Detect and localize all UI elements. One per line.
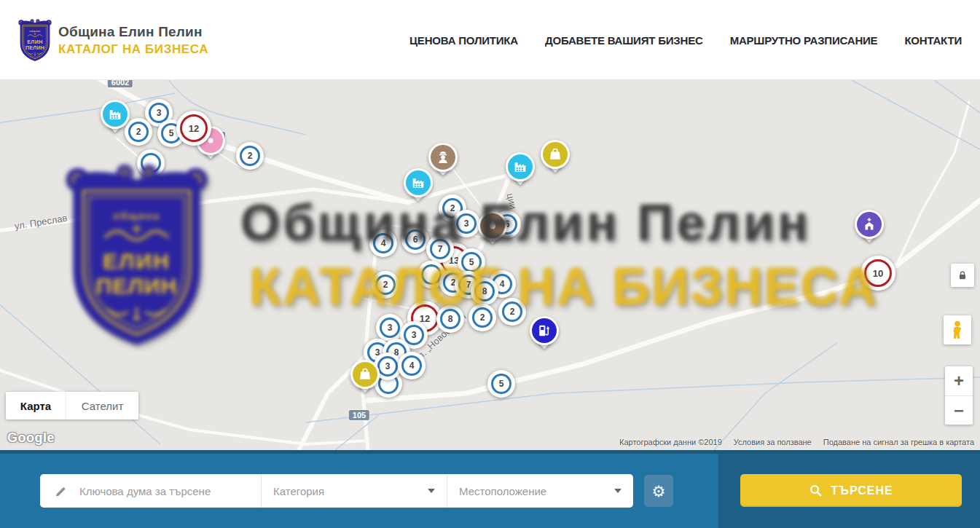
chevron-down-icon — [614, 489, 622, 493]
map-pin-fuel[interactable] — [528, 316, 560, 354]
map-cluster-marker[interactable]: 2 — [372, 271, 399, 299]
cluster-count: 4 — [381, 238, 386, 248]
map-cluster-marker[interactable]: 8 — [471, 277, 498, 305]
map-pin-bag[interactable] — [349, 360, 381, 398]
factory-icon — [103, 102, 128, 127]
fuel-icon — [532, 318, 557, 343]
map-type-control: Карта Сателит — [6, 392, 138, 419]
map-cluster-marker[interactable]: 4 — [398, 352, 426, 379]
cluster-count: 2 — [510, 307, 515, 317]
flame-icon — [480, 213, 505, 238]
worker-icon — [431, 145, 455, 170]
cluster-count: 2 — [136, 127, 141, 137]
zoom-control: + − — [945, 366, 973, 425]
cluster-count: 8 — [448, 314, 453, 324]
keyword-input[interactable] — [78, 484, 251, 498]
search-button-label: ТЪРСЕНЕ — [831, 484, 893, 497]
search-bar: Категория Местоположение ⚙ ТЪРСЕНЕ — [0, 450, 980, 528]
category-dropdown-value: Категория — [273, 485, 324, 497]
cluster-count: 10 — [873, 268, 883, 279]
google-map[interactable]: ул. Преславбул. „Новоселциции6002105 325… — [0, 80, 980, 450]
cluster-count: 12 — [189, 123, 199, 134]
map-pin-factory[interactable] — [402, 168, 434, 206]
cluster-count: 3 — [388, 323, 393, 333]
chevron-down-icon — [428, 489, 435, 493]
map-cluster-marker[interactable]: 2 — [469, 304, 496, 331]
search-button[interactable]: ТЪРСЕНЕ — [740, 474, 962, 507]
factory-icon — [508, 154, 533, 179]
map-cluster-marker[interactable]: 2 — [498, 298, 526, 326]
cluster-count: 2 — [248, 151, 253, 161]
cluster-count: 2 — [480, 312, 485, 323]
map-cluster-marker[interactable]: 10 — [861, 256, 895, 291]
factory-icon — [406, 170, 431, 195]
nav-item[interactable]: ДОБАВЕТЕ ВАШИЯТ БИЗНЕС — [545, 34, 703, 47]
search-icon — [809, 484, 823, 497]
keyword-section — [40, 474, 261, 508]
map-cluster-marker[interactable]: 12 — [176, 111, 211, 146]
markers-layer: 3251222354613752274812822333834510 — [0, 80, 980, 450]
map-cluster-marker[interactable] — [137, 149, 165, 177]
search-input-group: Категория Местоположение — [40, 474, 633, 508]
bag-icon — [543, 142, 568, 167]
map-pin-factory[interactable] — [504, 152, 536, 190]
cluster-count: 3 — [385, 361, 391, 371]
cluster-count: 7 — [438, 244, 443, 254]
cluster-count: 5 — [169, 128, 174, 138]
category-dropdown[interactable]: Категория — [261, 474, 447, 508]
map-cluster-marker[interactable]: 8 — [436, 305, 464, 333]
cluster-count: 2 — [383, 280, 388, 290]
cluster-count: 5 — [469, 257, 474, 267]
location-dropdown[interactable]: Местоположение — [447, 474, 633, 508]
cluster-count: 8 — [482, 286, 487, 296]
pegman-icon — [950, 320, 965, 340]
street-view-pegman-button[interactable] — [944, 315, 971, 344]
map-type-map-button[interactable]: Карта — [6, 392, 66, 419]
attribution-link[interactable]: Условия за ползване — [734, 438, 812, 446]
map-cluster-marker[interactable]: 6 — [401, 226, 429, 253]
site-title: Община Елин Пелин КАТАЛОГ НА БИЗНЕСА — [58, 24, 208, 56]
nav-item[interactable]: КОНТАКТИ — [904, 34, 962, 47]
zoom-out-button[interactable]: − — [945, 395, 973, 425]
pencil-icon — [55, 484, 68, 497]
map-cluster-marker[interactable]: 2 — [236, 142, 264, 170]
nav-item[interactable]: ЦЕНОВА ПОЛИТИКА — [409, 34, 518, 47]
cluster-count: 4 — [500, 279, 505, 289]
map-pin-bag[interactable] — [539, 140, 571, 178]
map-pin-flame[interactable] — [477, 211, 509, 249]
church-icon — [857, 212, 882, 237]
map-cluster-marker[interactable]: 5 — [487, 370, 515, 398]
header: Община Елин Пелин КАТАЛОГ НА БИЗНЕСА ЦЕН… — [0, 0, 980, 80]
site-title-line2: КАТАЛОГ НА БИЗНЕСА — [58, 42, 208, 57]
main-nav: ЦЕНОВА ПОЛИТИКАДОБАВЕТЕ ВАШИЯТ БИЗНЕСМАР… — [409, 0, 962, 80]
cluster-count: 3 — [412, 330, 417, 340]
site-title-line1: Община Елин Пелин — [58, 24, 208, 40]
cluster-count: 5 — [499, 379, 504, 389]
map-cluster-marker[interactable]: 4 — [369, 229, 397, 257]
attribution-text: Картографски данни ©2019 — [619, 438, 722, 446]
map-cluster-marker[interactable]: 7 — [426, 235, 454, 263]
advanced-settings-button[interactable]: ⚙ — [644, 475, 673, 507]
gear-icon: ⚙ — [652, 484, 666, 499]
zoom-in-button[interactable]: + — [945, 366, 973, 395]
cluster-count: 4 — [409, 360, 415, 371]
map-pin-church[interactable] — [853, 210, 885, 248]
location-dropdown-value: Местоположение — [459, 485, 546, 497]
cluster-count: 12 — [420, 313, 430, 324]
attribution-link[interactable]: Подаване на сигнал за грешка в картата — [823, 438, 974, 446]
business-catalog-page: Община Елин Пелин КАТАЛОГ НА БИЗНЕСА ЦЕН… — [0, 0, 980, 528]
lock-icon — [957, 269, 968, 281]
cluster-count: 6 — [413, 235, 418, 245]
map-type-satellite-button[interactable]: Сателит — [66, 392, 138, 419]
cluster-count: 2 — [450, 203, 455, 213]
bag-icon — [353, 362, 377, 387]
municipality-logo[interactable] — [17, 17, 52, 63]
map-pin-factory[interactable] — [99, 100, 131, 138]
google-logo[interactable]: Google — [7, 430, 55, 446]
lock-button[interactable] — [951, 264, 974, 287]
map-attribution: Картографски данни ©2019Условия за ползв… — [619, 438, 974, 446]
cluster-count: 3 — [464, 218, 469, 229]
cluster-count: 3 — [157, 108, 162, 118]
nav-item[interactable]: МАРШРУТНО РАЗПИСАНИЕ — [730, 34, 878, 47]
crest-icon — [17, 17, 52, 63]
